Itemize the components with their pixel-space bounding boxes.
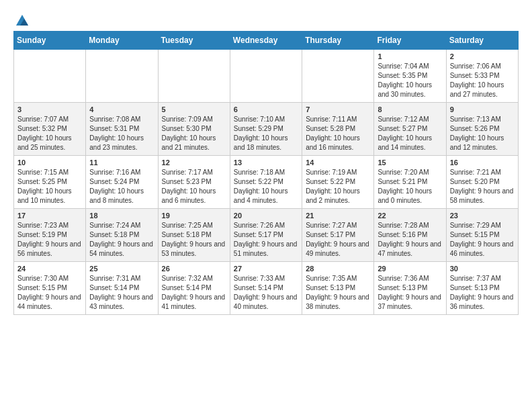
logo-icon (15, 13, 30, 28)
day-number: 2 (450, 52, 515, 60)
day-info: Sunrise: 7:31 AMSunset: 5:14 PMDaylight:… (89, 274, 154, 312)
day-info: Sunrise: 7:06 AMSunset: 5:33 PMDaylight:… (450, 62, 515, 99)
day-info: Sunrise: 7:07 AMSunset: 5:32 PMDaylight:… (17, 115, 82, 152)
calendar-cell: 2Sunrise: 7:06 AMSunset: 5:33 PMDaylight… (446, 50, 518, 103)
calendar-cell: 5Sunrise: 7:09 AMSunset: 5:30 PMDaylight… (158, 103, 230, 156)
day-number: 3 (17, 105, 82, 113)
calendar-cell: 3Sunrise: 7:07 AMSunset: 5:32 PMDaylight… (14, 103, 86, 156)
calendar-page: SundayMondayTuesdayWednesdayThursdayFrid… (0, 0, 532, 322)
day-info: Sunrise: 7:08 AMSunset: 5:31 PMDaylight:… (89, 115, 154, 152)
day-number: 7 (306, 105, 370, 113)
day-number: 15 (378, 158, 442, 167)
calendar-cell: 25Sunrise: 7:31 AMSunset: 5:14 PMDayligh… (86, 262, 158, 315)
calendar-cell: 16Sunrise: 7:21 AMSunset: 5:20 PMDayligh… (446, 156, 518, 209)
day-number: 1 (378, 52, 442, 60)
day-info: Sunrise: 7:11 AMSunset: 5:28 PMDaylight:… (306, 115, 370, 152)
day-number: 5 (162, 105, 226, 113)
day-number: 22 (378, 212, 442, 220)
calendar-cell: 22Sunrise: 7:28 AMSunset: 5:16 PMDayligh… (374, 209, 446, 262)
calendar-cell: 21Sunrise: 7:27 AMSunset: 5:17 PMDayligh… (302, 209, 374, 262)
calendar-cell: 8Sunrise: 7:12 AMSunset: 5:27 PMDaylight… (374, 103, 446, 156)
day-number: 14 (306, 158, 370, 167)
day-info: Sunrise: 7:32 AMSunset: 5:14 PMDaylight:… (162, 274, 226, 312)
day-info: Sunrise: 7:33 AMSunset: 5:14 PMDaylight:… (234, 274, 298, 312)
day-info: Sunrise: 7:21 AMSunset: 5:20 PMDaylight:… (450, 168, 515, 205)
day-info: Sunrise: 7:10 AMSunset: 5:29 PMDaylight:… (234, 115, 298, 152)
calendar-header-monday: Monday (86, 32, 158, 50)
day-info: Sunrise: 7:19 AMSunset: 5:22 PMDaylight:… (306, 168, 370, 205)
calendar-cell: 24Sunrise: 7:30 AMSunset: 5:15 PMDayligh… (14, 262, 86, 315)
header (13, 13, 519, 27)
calendar-header-row: SundayMondayTuesdayWednesdayThursdayFrid… (14, 32, 519, 50)
calendar-week-row: 1Sunrise: 7:04 AMSunset: 5:35 PMDaylight… (14, 50, 519, 103)
calendar-cell (158, 50, 230, 103)
calendar-cell (86, 50, 158, 103)
calendar-cell: 29Sunrise: 7:36 AMSunset: 5:13 PMDayligh… (374, 262, 446, 315)
calendar-week-row: 3Sunrise: 7:07 AMSunset: 5:32 PMDaylight… (14, 103, 519, 156)
day-info: Sunrise: 7:24 AMSunset: 5:18 PMDaylight:… (89, 221, 154, 259)
day-info: Sunrise: 7:30 AMSunset: 5:15 PMDaylight:… (17, 274, 82, 312)
day-number: 16 (450, 158, 515, 167)
calendar-cell: 26Sunrise: 7:32 AMSunset: 5:14 PMDayligh… (158, 262, 230, 315)
calendar-header-tuesday: Tuesday (158, 32, 230, 50)
calendar-cell: 18Sunrise: 7:24 AMSunset: 5:18 PMDayligh… (86, 209, 158, 262)
calendar-cell: 1Sunrise: 7:04 AMSunset: 5:35 PMDaylight… (374, 50, 446, 103)
calendar-cell: 13Sunrise: 7:18 AMSunset: 5:22 PMDayligh… (230, 156, 302, 209)
day-number: 30 (450, 265, 515, 273)
day-number: 9 (450, 105, 515, 113)
calendar-header-sunday: Sunday (14, 32, 86, 50)
day-number: 11 (89, 158, 154, 167)
day-number: 17 (17, 212, 82, 220)
day-number: 6 (234, 105, 298, 113)
day-info: Sunrise: 7:36 AMSunset: 5:13 PMDaylight:… (378, 274, 442, 312)
day-number: 18 (89, 212, 154, 220)
day-info: Sunrise: 7:04 AMSunset: 5:35 PMDaylight:… (378, 62, 442, 99)
logo (13, 13, 30, 27)
calendar-cell: 23Sunrise: 7:29 AMSunset: 5:15 PMDayligh… (446, 209, 518, 262)
calendar-cell: 11Sunrise: 7:16 AMSunset: 5:24 PMDayligh… (86, 156, 158, 209)
calendar-cell: 28Sunrise: 7:35 AMSunset: 5:13 PMDayligh… (302, 262, 374, 315)
day-number: 19 (162, 212, 226, 220)
day-info: Sunrise: 7:26 AMSunset: 5:17 PMDaylight:… (234, 221, 298, 259)
calendar-cell: 17Sunrise: 7:23 AMSunset: 5:19 PMDayligh… (14, 209, 86, 262)
calendar-cell (230, 50, 302, 103)
day-info: Sunrise: 7:25 AMSunset: 5:18 PMDaylight:… (162, 221, 226, 259)
day-number: 27 (234, 265, 298, 273)
calendar-header-friday: Friday (374, 32, 446, 50)
calendar-week-row: 17Sunrise: 7:23 AMSunset: 5:19 PMDayligh… (14, 209, 519, 262)
day-number: 23 (450, 212, 515, 220)
calendar-cell: 30Sunrise: 7:37 AMSunset: 5:13 PMDayligh… (446, 262, 518, 315)
calendar-header-thursday: Thursday (302, 32, 374, 50)
day-info: Sunrise: 7:37 AMSunset: 5:13 PMDaylight:… (450, 274, 515, 312)
day-number: 28 (306, 265, 370, 273)
calendar-cell: 12Sunrise: 7:17 AMSunset: 5:23 PMDayligh… (158, 156, 230, 209)
calendar-cell: 19Sunrise: 7:25 AMSunset: 5:18 PMDayligh… (158, 209, 230, 262)
day-number: 21 (306, 212, 370, 220)
calendar-cell: 4Sunrise: 7:08 AMSunset: 5:31 PMDaylight… (86, 103, 158, 156)
calendar-cell: 7Sunrise: 7:11 AMSunset: 5:28 PMDaylight… (302, 103, 374, 156)
day-info: Sunrise: 7:27 AMSunset: 5:17 PMDaylight:… (306, 221, 370, 259)
calendar-cell: 14Sunrise: 7:19 AMSunset: 5:22 PMDayligh… (302, 156, 374, 209)
day-info: Sunrise: 7:15 AMSunset: 5:25 PMDaylight:… (17, 168, 82, 205)
calendar-week-row: 10Sunrise: 7:15 AMSunset: 5:25 PMDayligh… (14, 156, 519, 209)
day-info: Sunrise: 7:17 AMSunset: 5:23 PMDaylight:… (162, 168, 226, 205)
day-number: 4 (89, 105, 154, 113)
calendar-cell: 15Sunrise: 7:20 AMSunset: 5:21 PMDayligh… (374, 156, 446, 209)
day-info: Sunrise: 7:16 AMSunset: 5:24 PMDaylight:… (89, 168, 154, 205)
calendar-header-wednesday: Wednesday (230, 32, 302, 50)
calendar-table: SundayMondayTuesdayWednesdayThursdayFrid… (13, 31, 519, 315)
day-info: Sunrise: 7:29 AMSunset: 5:15 PMDaylight:… (450, 221, 515, 259)
day-number: 10 (17, 158, 82, 167)
day-info: Sunrise: 7:23 AMSunset: 5:19 PMDaylight:… (17, 221, 82, 259)
day-info: Sunrise: 7:12 AMSunset: 5:27 PMDaylight:… (378, 115, 442, 152)
day-info: Sunrise: 7:28 AMSunset: 5:16 PMDaylight:… (378, 221, 442, 259)
day-number: 26 (162, 265, 226, 273)
day-number: 20 (234, 212, 298, 220)
calendar-cell (14, 50, 86, 103)
calendar-cell: 20Sunrise: 7:26 AMSunset: 5:17 PMDayligh… (230, 209, 302, 262)
day-number: 24 (17, 265, 82, 273)
day-info: Sunrise: 7:18 AMSunset: 5:22 PMDaylight:… (234, 168, 298, 205)
day-info: Sunrise: 7:20 AMSunset: 5:21 PMDaylight:… (378, 168, 442, 205)
calendar-week-row: 24Sunrise: 7:30 AMSunset: 5:15 PMDayligh… (14, 262, 519, 315)
calendar-header-saturday: Saturday (446, 32, 518, 50)
